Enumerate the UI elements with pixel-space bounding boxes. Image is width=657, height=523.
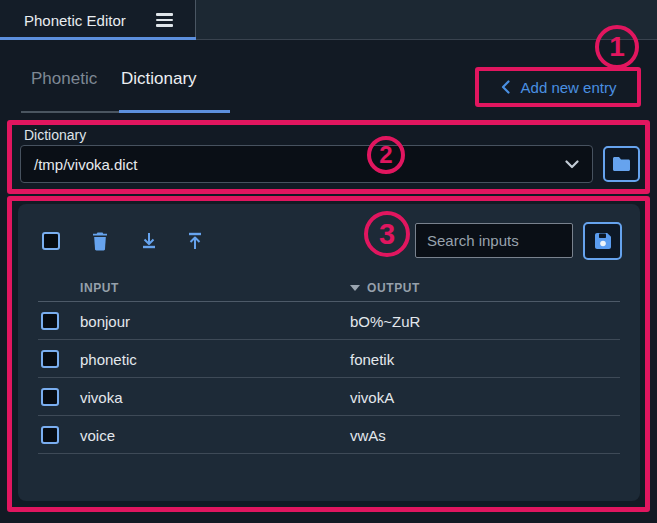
app-title: Phonetic Editor (24, 12, 126, 29)
save-button[interactable] (583, 222, 622, 260)
tab-phonetic[interactable]: Phonetic (31, 69, 97, 89)
search-input[interactable] (415, 223, 573, 258)
input-cell: bonjour (80, 313, 350, 330)
menu-icon[interactable] (156, 13, 173, 27)
input-cell: phonetic (80, 351, 350, 368)
table-row[interactable]: phonetic fonetik (18, 340, 640, 378)
row-checkbox[interactable] (41, 388, 59, 406)
topbar: Phonetic Editor (0, 0, 657, 40)
save-icon (594, 232, 612, 250)
dictionary-label: Dictionary (24, 127, 86, 143)
upload-icon[interactable] (183, 229, 207, 253)
download-icon[interactable] (137, 229, 161, 253)
sort-desc-icon (350, 285, 360, 291)
chevron-left-icon (501, 80, 510, 94)
table-row[interactable]: vivoka vivokA (18, 378, 640, 416)
chevron-down-icon (565, 160, 579, 169)
table-row[interactable]: voice vwAs (18, 416, 640, 454)
input-cell: vivoka (80, 389, 350, 406)
dictionary-selected-path: /tmp/vivoka.dict (34, 156, 137, 173)
tab-dictionary[interactable]: Dictionary (121, 69, 197, 89)
column-header-output[interactable]: OUTPUT (350, 281, 640, 295)
dictionary-select[interactable]: /tmp/vivoka.dict (20, 145, 593, 183)
table-row[interactable]: bonjour bO%~ZuR (18, 302, 640, 340)
output-cell: vivokA (350, 389, 640, 406)
row-checkbox[interactable] (41, 312, 59, 330)
table-header: INPUT OUTPUT (18, 274, 640, 302)
output-cell: fonetik (350, 351, 640, 368)
phonetic-editor-window: Phonetic Editor Phonetic Dictionary Add … (0, 0, 657, 523)
input-cell: voice (80, 427, 350, 444)
browse-dictionary-button[interactable] (603, 146, 640, 182)
add-new-entry-label: Add new entry (521, 79, 617, 96)
add-new-entry-button[interactable]: Add new entry (481, 71, 636, 103)
window-title-tab[interactable]: Phonetic Editor (0, 0, 196, 40)
entries-panel: INPUT OUTPUT bonjour bO%~ZuR phonetic fo… (18, 204, 640, 501)
select-all-checkbox[interactable] (42, 232, 60, 250)
column-header-input[interactable]: INPUT (80, 281, 350, 295)
output-cell: vwAs (350, 427, 640, 444)
output-cell: bO%~ZuR (350, 313, 640, 330)
tab-active-indicator (119, 110, 230, 113)
title-tab-active-underline (0, 37, 196, 40)
folder-icon (612, 156, 631, 172)
tab-track (21, 111, 119, 113)
row-checkbox[interactable] (41, 426, 59, 444)
delete-icon[interactable] (88, 229, 112, 253)
row-checkbox[interactable] (41, 350, 59, 368)
